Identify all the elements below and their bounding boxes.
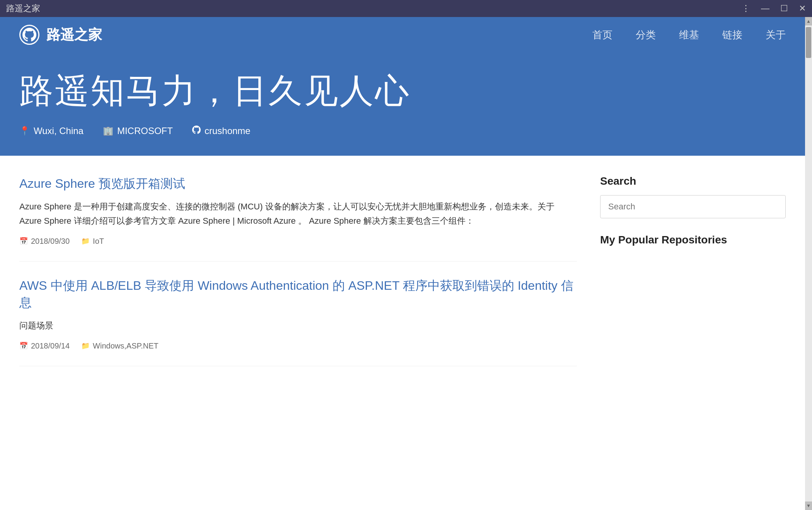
sidebar-repos-section: My Popular Repositories — [600, 234, 786, 246]
window-menu-button[interactable]: ⋮ — [742, 4, 750, 13]
calendar-icon: 📅 — [19, 237, 28, 245]
site-logo: 路遥之家 — [19, 25, 102, 45]
sidebar-search-title: Search — [600, 175, 786, 187]
post-date-azure-sphere: 📅 2018/09/30 — [19, 237, 70, 246]
browser-main: 路遥之家 首页 分类 维基 链接 关于 路遥知马力，日久见人心 — [0, 17, 805, 510]
browser-container: 路遥之家 首页 分类 维基 链接 关于 路遥知马力，日久见人心 — [0, 17, 812, 510]
nav-link-wiki[interactable]: 维基 — [679, 29, 699, 41]
sidebar-repos-title: My Popular Repositories — [600, 234, 786, 246]
hero-company-text: MICROSOFT — [117, 126, 173, 136]
post-category-text-2: Windows,ASP.NET — [93, 342, 159, 350]
post-item: Azure Sphere 预览版开箱测试 Azure Sphere 是一种用于创… — [19, 171, 577, 262]
scrollbar-track: ▲ ▼ — [805, 17, 812, 510]
scrollbar-arrow-down[interactable]: ▼ — [805, 502, 812, 510]
post-title-aws[interactable]: AWS 中使用 ALB/ELB 导致使用 Windows Authenticat… — [19, 277, 577, 312]
site-header: 路遥之家 首页 分类 维基 链接 关于 路遥知马力，日久见人心 — [0, 17, 805, 156]
folder-icon: 📁 — [81, 237, 90, 245]
site-name: 路遥之家 — [46, 26, 102, 44]
sidebar-search-section: Search — [600, 175, 786, 218]
post-category-aws: 📁 Windows,ASP.NET — [81, 342, 159, 350]
post-excerpt-azure-sphere: Azure Sphere 是一种用于创建高度安全、连接的微控制器 (MCU) 设… — [19, 199, 577, 228]
hero-meta-github: crushonme — [192, 126, 251, 136]
hero-meta: 📍 Wuxi, China 🏢 MICROSOFT crushon — [19, 126, 786, 136]
nav-item-wiki[interactable]: 维基 — [679, 28, 699, 42]
post-date-aws: 📅 2018/09/14 — [19, 342, 70, 350]
window-controls: ⋮ — ☐ ✕ — [742, 4, 806, 13]
nav-item-links[interactable]: 链接 — [722, 28, 742, 42]
nav-item-categories[interactable]: 分类 — [636, 28, 656, 42]
post-date-text-2: 2018/09/14 — [31, 342, 70, 350]
hero-meta-company: 🏢 MICROSOFT — [103, 126, 173, 136]
nav-link-categories[interactable]: 分类 — [636, 29, 656, 41]
github-meta-icon — [192, 126, 201, 136]
hero-title: 路遥知马力，日久见人心 — [19, 68, 786, 114]
company-icon: 🏢 — [103, 126, 113, 136]
post-category-text: IoT — [93, 237, 104, 246]
post-item: AWS 中使用 ALB/ELB 导致使用 Windows Authenticat… — [19, 262, 577, 366]
folder-icon-2: 📁 — [81, 342, 90, 350]
posts-column: Azure Sphere 预览版开箱测试 Azure Sphere 是一种用于创… — [19, 171, 577, 495]
nav-links: 首页 分类 维基 链接 关于 — [592, 28, 786, 42]
hero-github-text: crushonme — [205, 126, 251, 136]
post-date-text: 2018/09/30 — [31, 237, 70, 246]
nav-link-home[interactable]: 首页 — [592, 29, 612, 41]
nav-item-about[interactable]: 关于 — [766, 28, 786, 42]
nav-bar: 路遥之家 首页 分类 维基 链接 关于 — [0, 17, 805, 53]
window-title: 路遥之家 — [6, 3, 40, 14]
window-chrome: 路遥之家 ⋮ — ☐ ✕ — [0, 0, 812, 17]
post-title-azure-sphere[interactable]: Azure Sphere 预览版开箱测试 — [19, 175, 577, 192]
sidebar-column: Search My Popular Repositories — [600, 171, 786, 495]
hero-section: 路遥知马力，日久见人心 📍 Wuxi, China 🏢 MICROSOFT — [0, 53, 805, 156]
search-input[interactable] — [600, 195, 786, 218]
scrollbar-arrow-up[interactable]: ▲ — [805, 17, 812, 26]
scrollbar-thumb[interactable] — [806, 27, 811, 58]
nav-link-links[interactable]: 链接 — [722, 29, 742, 41]
window-maximize-button[interactable]: ☐ — [780, 4, 788, 13]
location-icon: 📍 — [19, 126, 30, 136]
nav-item-home[interactable]: 首页 — [592, 28, 612, 42]
post-meta-aws: 📅 2018/09/14 📁 Windows,ASP.NET — [19, 342, 577, 350]
github-logo-icon — [19, 25, 39, 45]
hero-location-text: Wuxi, China — [34, 126, 84, 136]
post-category-azure-sphere: 📁 IoT — [81, 237, 104, 246]
post-excerpt-aws: 问题场景 — [19, 318, 577, 333]
window-close-button[interactable]: ✕ — [799, 4, 806, 13]
main-nav: 首页 分类 维基 链接 关于 — [592, 28, 786, 42]
content-area: Azure Sphere 预览版开箱测试 Azure Sphere 是一种用于创… — [0, 156, 805, 510]
window-minimize-button[interactable]: — — [761, 4, 769, 13]
hero-meta-location: 📍 Wuxi, China — [19, 126, 84, 136]
nav-link-about[interactable]: 关于 — [766, 29, 786, 41]
post-meta-azure-sphere: 📅 2018/09/30 📁 IoT — [19, 237, 577, 246]
calendar-icon-2: 📅 — [19, 342, 28, 350]
